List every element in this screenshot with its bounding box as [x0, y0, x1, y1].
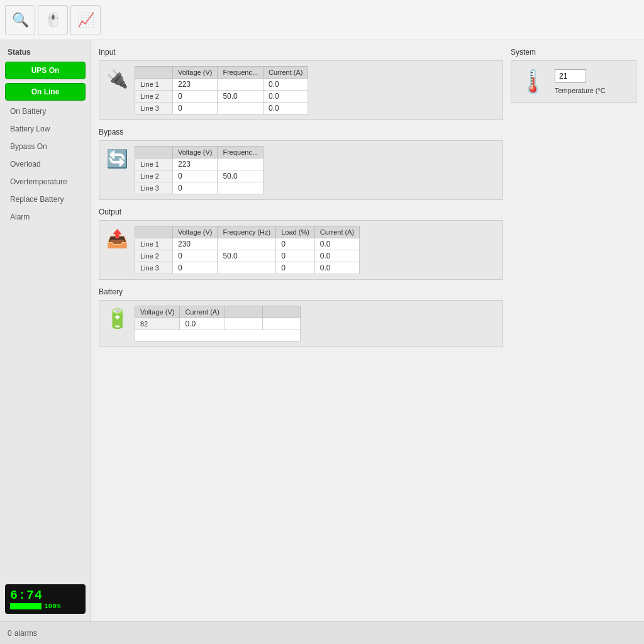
on-line-button[interactable]: On Line — [5, 83, 86, 101]
input-line1-label: Line 1 — [135, 79, 173, 91]
mouse-icon: 🖱️ — [45, 12, 62, 28]
battery-icon: 🔋 — [106, 308, 129, 330]
alarm-item: Alarm — [3, 209, 88, 225]
output-line1-frequency — [218, 238, 276, 250]
system-title: System — [511, 48, 636, 57]
output-line2-voltage: 0 — [173, 250, 218, 262]
table-row: Line 2 0 50.0 0 0.0 — [135, 250, 360, 262]
input-table: Voltage (V) Frequenc... Current (A) Line… — [135, 66, 308, 114]
output-line2-frequency: 50.0 — [218, 250, 276, 262]
output-table: Voltage (V) Frequency (Hz) Load (%) Curr… — [135, 226, 360, 274]
output-icon: 📤 — [106, 228, 128, 249]
left-sections: Input 🔌 Voltage (V) Frequenc... — [99, 48, 503, 355]
battery-extra-row — [135, 330, 301, 341]
input-box: 🔌 Voltage (V) Frequenc... Current (A) — [99, 60, 503, 120]
input-line3-current: 0.0 — [264, 103, 308, 114]
input-title: Input — [99, 48, 503, 57]
replace-battery-item: Replace Battery — [3, 191, 88, 208]
search-button[interactable]: 🔍 — [5, 5, 35, 35]
thermometer-icon: 🌡️ — [519, 69, 547, 95]
output-col-frequency: Frequency (Hz) — [218, 226, 276, 238]
ups-on-button[interactable]: UPS On — [5, 62, 86, 79]
search-icon: 🔍 — [12, 12, 29, 28]
system-panel: System 🌡️ Temperature (°C — [511, 48, 636, 355]
battery-icon-container: 🔋 — [104, 306, 130, 331]
system-box: 🌡️ Temperature (°C — [511, 60, 636, 103]
bypass-col-voltage: Voltage (V) — [173, 147, 218, 158]
bypass-box: 🔄 Voltage (V) Frequenc... — [99, 140, 503, 200]
input-line3-frequency — [218, 103, 264, 114]
sidebar-title: Status — [3, 45, 88, 59]
battery-row-voltage: 82 — [135, 318, 180, 330]
battery-section: Battery 🔋 Voltage (V) Current (A) — [99, 287, 503, 347]
battery-percent-text: 100% — [44, 602, 60, 610]
overload-item: Overload — [3, 156, 88, 172]
input-line2-current: 0.0 — [264, 91, 308, 103]
input-col-frequency: Frequenc... — [218, 67, 264, 79]
table-row: Line 1 223 — [135, 158, 264, 170]
input-col-voltage: Voltage (V) — [173, 67, 218, 79]
bypass-line3-voltage: 0 — [173, 182, 218, 194]
battery-col-extra1 — [225, 306, 262, 318]
input-col-current: Current (A) — [264, 67, 308, 79]
battery-col-voltage: Voltage (V) — [135, 306, 180, 318]
sidebar: Status UPS On On Line On Battery Battery… — [0, 40, 91, 621]
battery-time: 6:74 — [10, 588, 80, 602]
toolbar: 🔍 🖱️ 📈 — [0, 0, 644, 40]
battery-row-current: 0.0 — [180, 318, 225, 330]
bypass-icon-container: 🔄 — [104, 146, 130, 171]
input-line1-frequency — [218, 79, 264, 91]
bypass-line3-label: Line 3 — [135, 182, 173, 194]
battery-bar — [10, 603, 42, 609]
output-line2-load: 0 — [276, 250, 315, 262]
output-col-voltage: Voltage (V) — [173, 226, 218, 238]
table-row: Line 1 223 0.0 — [135, 79, 308, 91]
table-row: Line 3 0 — [135, 182, 264, 194]
table-row: Line 2 0 50.0 0.0 — [135, 91, 308, 103]
output-line1-load: 0 — [276, 238, 315, 250]
bypass-section: Bypass 🔄 Voltage (V) Frequenc... — [99, 128, 503, 200]
input-section: Input 🔌 Voltage (V) Frequenc... — [99, 48, 503, 120]
bypass-table: Voltage (V) Frequenc... Line 1 223 — [135, 146, 264, 194]
on-battery-item: On Battery — [3, 103, 88, 119]
output-title: Output — [99, 208, 503, 216]
bypass-title: Bypass — [99, 128, 503, 136]
overtemperature-item: Overtemperature — [3, 174, 88, 190]
output-line2-label: Line 2 — [135, 250, 173, 262]
battery-col-extra2 — [262, 306, 300, 318]
temperature-input[interactable] — [555, 69, 586, 83]
battery-bar-fill — [11, 604, 41, 609]
output-icon-container: 📤 — [104, 226, 130, 251]
content-area: Input 🔌 Voltage (V) Frequenc... — [91, 40, 644, 621]
input-icon: 🔌 — [104, 66, 130, 91]
settings-button[interactable]: 🖱️ — [38, 5, 68, 35]
table-row: 82 0.0 — [135, 318, 301, 330]
bypass-line1-voltage: 223 — [173, 158, 218, 170]
temperature-label: Temperature (°C — [555, 87, 606, 94]
output-line1-voltage: 230 — [173, 238, 218, 250]
input-line3-voltage: 0 — [173, 103, 218, 114]
output-col-load: Load (%) — [276, 226, 315, 238]
alarms-count: 0 — [8, 629, 12, 638]
input-line3-label: Line 3 — [135, 103, 173, 114]
battery-box: 🔋 Voltage (V) Current (A) — [99, 300, 503, 347]
input-col-label — [135, 67, 173, 79]
bypass-line2-frequency: 50.0 — [218, 170, 264, 182]
output-section: Output 📤 Voltage (V) Frequency (Hz) — [99, 208, 503, 280]
input-line1-voltage: 223 — [173, 79, 218, 91]
plug-icon: 🔌 — [106, 69, 128, 89]
input-line2-frequency: 50.0 — [218, 91, 264, 103]
output-line3-label: Line 3 — [135, 262, 173, 274]
chart-button[interactable]: 📈 — [70, 5, 101, 35]
table-row: Line 1 230 0 0.0 — [135, 238, 360, 250]
battery-table: Voltage (V) Current (A) 82 0.0 — [135, 306, 301, 341]
alarms-label: alarms — [14, 629, 37, 638]
bypass-col-frequency: Frequenc... — [218, 147, 264, 158]
output-line3-frequency — [218, 262, 276, 274]
battery-title: Battery — [99, 287, 503, 296]
main-container: Status UPS On On Line On Battery Battery… — [0, 40, 644, 621]
table-row: Line 3 0 0 0.0 — [135, 262, 360, 274]
statusbar: 0 alarms — [0, 621, 644, 644]
bypass-col-label — [135, 147, 173, 158]
table-row: Line 2 0 50.0 — [135, 170, 264, 182]
